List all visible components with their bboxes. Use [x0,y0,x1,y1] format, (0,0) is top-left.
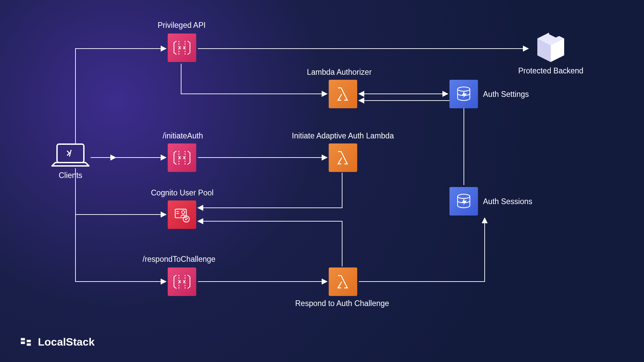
auth-sessions-label: Auth Sessions [483,197,532,206]
svg-point-4 [458,87,470,91]
localstack-logo: LocalStack [18,335,95,349]
auth-sessions-node [449,187,478,216]
respond-lambda-label: Respond to Auth Challenge [295,299,389,308]
respond-challenge-node [168,267,196,296]
clients-icon [50,142,91,171]
lambda-authorizer-label: Lambda Authorizer [307,68,372,77]
backend-icon [531,27,571,65]
initiate-auth-label: /initiateAuth [163,131,203,140]
cognito-node [168,200,196,229]
svg-point-5 [458,194,470,198]
initiate-auth-node [168,143,196,172]
respond-lambda-node [329,267,357,296]
auth-settings-node [449,80,478,108]
cognito-label: Cognito User Pool [151,188,214,197]
privileged-api-label: Privileged API [158,21,206,30]
privileged-api-node [168,34,196,62]
logo-text: LocalStack [38,336,95,348]
lambda-authorizer-node [329,80,357,108]
initiate-lambda-label: Initiate Adaptive Auth Lambda [292,131,394,140]
svg-point-2 [182,211,185,214]
clients-label: Clients [59,171,82,180]
respond-challenge-label: /respondToChallenge [143,255,215,264]
backend-label: Protected Backend [518,66,583,75]
auth-settings-label: Auth Settings [483,90,529,99]
initiate-lambda-node [329,143,357,172]
